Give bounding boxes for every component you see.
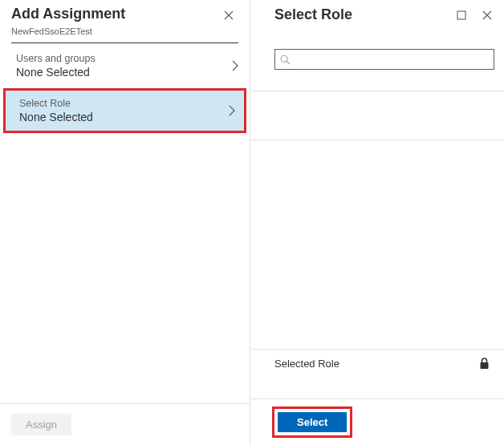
add-assignment-footer: Assign <box>0 403 250 445</box>
role-results-area <box>250 91 504 140</box>
select-button-highlight: Select <box>274 409 350 435</box>
select-role-footer: Select <box>250 399 504 445</box>
selected-role-label: Selected Role <box>274 358 339 370</box>
lock-icon <box>479 358 490 370</box>
svg-rect-3 <box>481 362 489 369</box>
search-icon <box>280 55 291 65</box>
maximize-icon <box>457 10 466 20</box>
select-role-panel: Select Role Selected Role <box>250 0 504 445</box>
select-role-item[interactable]: Select Role None Selected <box>3 88 246 133</box>
add-assignment-header: Add Assignment <box>0 0 250 26</box>
svg-rect-0 <box>457 11 465 19</box>
assignment-steps-list: Users and groups None Selected Select Ro… <box>0 43 250 133</box>
role-search-box[interactable] <box>274 49 494 70</box>
add-assignment-subtitle: NewFedSsoE2ETest <box>0 26 250 42</box>
add-assignment-title: Add Assignment <box>11 6 125 22</box>
select-role-value: None Selected <box>19 111 93 123</box>
svg-line-2 <box>287 61 290 64</box>
chevron-right-icon <box>232 60 238 71</box>
users-and-groups-item[interactable]: Users and groups None Selected <box>0 43 250 88</box>
chevron-right-icon <box>229 105 235 116</box>
select-role-header: Select Role <box>250 0 504 30</box>
svg-point-1 <box>281 55 287 62</box>
select-role-label: Select Role <box>19 98 93 109</box>
maximize-button[interactable] <box>454 8 469 22</box>
close-icon <box>224 10 234 20</box>
select-button[interactable]: Select <box>278 412 347 432</box>
role-search-input[interactable] <box>295 54 489 66</box>
close-select-role-button[interactable] <box>480 8 494 22</box>
add-assignment-panel: Add Assignment NewFedSsoE2ETest Users an… <box>0 0 250 445</box>
close-icon <box>482 10 492 20</box>
select-role-title: Select Role <box>274 6 352 23</box>
users-and-groups-label: Users and groups <box>16 53 96 64</box>
selected-role-row: Selected Role <box>250 349 504 399</box>
close-add-assignment-button[interactable] <box>219 6 238 25</box>
assign-button[interactable]: Assign <box>11 414 71 435</box>
users-and-groups-value: None Selected <box>16 66 96 79</box>
